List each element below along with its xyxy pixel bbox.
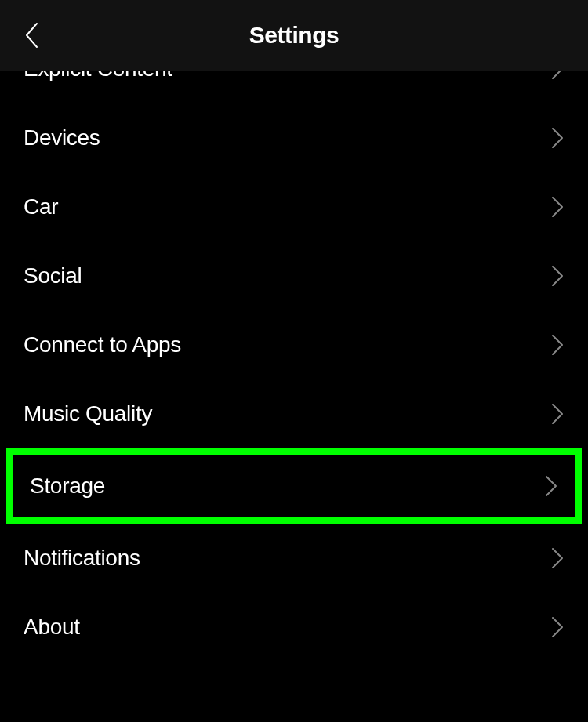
chevron-right-icon <box>550 615 564 639</box>
settings-item-music-quality[interactable]: Music Quality <box>0 379 588 448</box>
settings-item-devices[interactable]: Devices <box>0 103 588 172</box>
back-button[interactable] <box>16 20 47 51</box>
chevron-right-icon <box>550 126 564 150</box>
settings-item-car[interactable]: Car <box>0 172 588 241</box>
settings-item-label: Devices <box>24 125 100 151</box>
settings-item-storage[interactable]: Storage <box>13 455 575 517</box>
header-bar: Settings <box>0 0 588 71</box>
settings-item-label: About <box>24 615 80 640</box>
chevron-right-icon <box>550 264 564 288</box>
chevron-right-icon <box>550 333 564 357</box>
settings-item-about[interactable]: About <box>0 593 588 662</box>
settings-list: Explicit Content Devices Car Social Conn… <box>0 56 588 662</box>
settings-item-label: Notifications <box>24 546 140 571</box>
settings-item-connect-to-apps[interactable]: Connect to Apps <box>0 310 588 379</box>
settings-item-label: Connect to Apps <box>24 332 181 357</box>
settings-item-label: Car <box>24 194 58 220</box>
highlighted-item-box: Storage <box>6 448 582 524</box>
chevron-right-icon <box>544 474 558 498</box>
chevron-right-icon <box>550 402 564 426</box>
settings-item-social[interactable]: Social <box>0 241 588 310</box>
page-title: Settings <box>0 22 588 49</box>
chevron-right-icon <box>550 195 564 219</box>
chevron-right-icon <box>550 546 564 570</box>
settings-item-label: Social <box>24 263 82 288</box>
settings-item-notifications[interactable]: Notifications <box>0 524 588 593</box>
chevron-left-icon <box>23 21 40 49</box>
settings-item-label: Music Quality <box>24 401 152 426</box>
settings-item-label: Storage <box>30 473 105 499</box>
